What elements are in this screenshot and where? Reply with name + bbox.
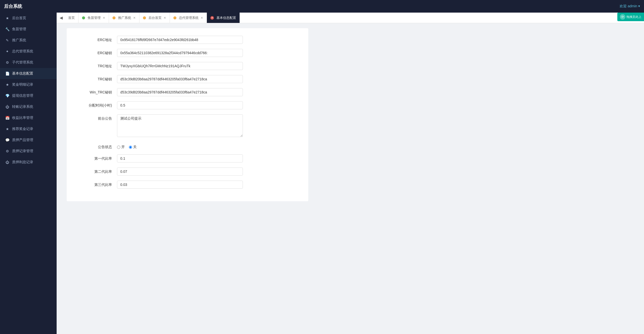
sidebar-item-withdraw[interactable]: 💎 提现信息管理 xyxy=(0,90,57,101)
sidebar-item-promo[interactable]: ✎ 推广系统 xyxy=(0,35,57,46)
trc-secret-control xyxy=(117,75,243,83)
notice-status-label: 公告状态 xyxy=(77,143,117,149)
trc-address-input[interactable] xyxy=(117,62,243,70)
sidebar-label-pledge-product: 质押产品管理 xyxy=(12,138,33,142)
notice-control xyxy=(117,114,243,138)
third-gen-label: 第三代比率 xyxy=(77,181,117,187)
sidebar-item-pledge-record[interactable]: ⚙ 质押记录管理 xyxy=(0,146,57,157)
first-gen-input[interactable] xyxy=(117,154,243,162)
form-row-notice-status: 公告状态 开 关 xyxy=(77,143,298,149)
notice-textarea[interactable] xyxy=(117,114,243,137)
win-trc-secret-input[interactable] xyxy=(117,88,243,96)
sidebar-item-pledge-product[interactable]: 💬 质押产品管理 xyxy=(0,135,57,146)
form-row-erc-address: ERC地址 xyxy=(77,36,298,44)
trc-address-label: TRC地址 xyxy=(77,62,117,69)
sidebar-item-fish[interactable]: 🔧 鱼苗管理 xyxy=(0,24,57,35)
notice-status-off-label[interactable]: 关 xyxy=(129,145,137,149)
third-gen-input[interactable] xyxy=(117,181,243,189)
sub-agent-icon: ⚙ xyxy=(5,60,10,64)
sidebar-label-promo: 推广系统 xyxy=(12,38,26,43)
distribute-time-input[interactable] xyxy=(117,101,243,109)
third-gen-control xyxy=(117,181,243,189)
notice-status-on-label[interactable]: 开 xyxy=(117,145,125,149)
sidebar-item-bonus-record[interactable]: ★ 奖金明细记录 xyxy=(0,79,57,90)
tab-fish[interactable]: 鱼苗管理 ✕ xyxy=(79,13,109,23)
sidebar-label-general-agent: 总代管理系统 xyxy=(12,49,33,54)
sidebar-item-yield-rate[interactable]: 📅 收益比率管理 xyxy=(0,112,57,123)
sidebar: ★ 后台首页 🔧 鱼苗管理 ✎ 推广系统 ✦ 总代管理系统 ⚙ 子代管理系统 📄 xyxy=(0,13,57,334)
sidebar-label-yield-rate: 收益比率管理 xyxy=(12,116,33,120)
sidebar-label-referral-bonus: 推荐奖金记录 xyxy=(12,127,33,131)
tab-general-agent[interactable]: 总代管理系统 ✕ xyxy=(170,13,207,23)
sidebar-label-fish: 鱼苗管理 xyxy=(12,27,26,31)
top-bar: 后台系统 欢迎 admin ▾ xyxy=(0,0,644,13)
tab-promo-close[interactable]: ✕ xyxy=(133,16,136,20)
tab-general-agent-close[interactable]: ✕ xyxy=(201,16,203,20)
tab-basic-config[interactable]: ✕ 基本信息配置 xyxy=(207,13,240,23)
sidebar-item-basic-config[interactable]: 📄 基本信息配置 xyxy=(0,68,57,79)
erc-address-input[interactable] xyxy=(117,36,243,44)
tab-backend-home-dot xyxy=(143,16,146,19)
form-row-win-trc-secret: Win_TRC秘钥 xyxy=(77,88,298,96)
sidebar-item-transfer[interactable]: ⏻ 转账记录系统 xyxy=(0,101,57,112)
sidebar-item-sub-agent[interactable]: ⚙ 子代管理系统 xyxy=(0,57,57,68)
tab-fish-label: 鱼苗管理 xyxy=(88,16,101,20)
erc-secret-input[interactable] xyxy=(117,49,243,57)
sidebar-item-dashboard[interactable]: ★ 后台首页 xyxy=(0,13,57,24)
sidebar-label-transfer: 转账记录系统 xyxy=(12,105,33,109)
basic-config-icon: 📄 xyxy=(5,72,10,76)
tab-prev-button[interactable]: ◀ xyxy=(58,13,65,23)
tab-backend-home[interactable]: 后台首页 ✕ xyxy=(139,13,170,23)
top-bar-left: 后台系统 xyxy=(4,3,22,9)
erc-address-label: ERC地址 xyxy=(77,36,117,42)
erc-address-control xyxy=(117,36,243,44)
tab-general-agent-label: 总代管理系统 xyxy=(179,16,199,20)
sidebar-label-withdraw: 提现信息管理 xyxy=(12,93,33,98)
transfer-icon: ⏻ xyxy=(5,105,10,109)
notice-status-radio-group: 开 关 xyxy=(117,143,243,149)
tab-promo[interactable]: 推广系统 ✕ xyxy=(109,13,139,23)
referral-bonus-icon: ★ xyxy=(5,127,10,131)
user-welcome[interactable]: 欢迎 admin ▾ xyxy=(620,4,640,9)
erc-secret-control xyxy=(117,49,243,57)
sidebar-item-referral-bonus[interactable]: ★ 推荐奖金记录 xyxy=(0,123,57,135)
notice-status-on-radio[interactable] xyxy=(117,146,120,149)
sidebar-label-sub-agent: 子代管理系统 xyxy=(12,60,33,65)
second-gen-input[interactable] xyxy=(117,168,243,176)
drag-icon: ⟳ xyxy=(620,14,625,20)
form-row-trc-secret: TRC秘钥 xyxy=(77,75,298,83)
tab-fish-close[interactable]: ✕ xyxy=(103,16,105,20)
notice-status-off-radio[interactable] xyxy=(129,146,132,149)
pledge-product-icon: 💬 xyxy=(5,138,10,142)
yield-rate-icon: 📅 xyxy=(5,116,10,120)
notice-label: 前台公告 xyxy=(77,114,117,121)
notice-status-off-text: 关 xyxy=(133,145,137,149)
trc-secret-input[interactable] xyxy=(117,75,243,83)
tab-general-agent-dot xyxy=(173,16,176,19)
fish-icon: 🔧 xyxy=(5,27,10,31)
form-row-erc-secret: ERC秘钥 xyxy=(77,49,298,57)
tab-bar: ◀ 首页 鱼苗管理 ✕ 推广系统 ✕ 后台首页 ✕ xyxy=(57,13,644,23)
sidebar-item-general-agent[interactable]: ✦ 总代管理系统 xyxy=(0,46,57,57)
bonus-record-icon: ★ xyxy=(5,83,10,87)
tab-basic-config-dot: ✕ xyxy=(210,16,214,20)
tab-basic-config-label: 基本信息配置 xyxy=(216,16,236,20)
tab-backend-home-label: 后台首页 xyxy=(148,16,162,20)
drag-button[interactable]: ⟳ 拖拽至此上 xyxy=(617,13,644,21)
form-row-third-gen: 第三代比率 xyxy=(77,181,298,189)
trc-address-control xyxy=(117,62,243,70)
app-title: 后台系统 xyxy=(4,3,22,9)
notice-status-on-text: 开 xyxy=(121,145,125,149)
sidebar-item-pledge-interest[interactable]: ⏻ 质押利息记录 xyxy=(0,157,57,168)
trc-secret-label: TRC秘钥 xyxy=(77,75,117,82)
sidebar-label-bonus-record: 奖金明细记录 xyxy=(12,82,33,87)
promo-icon: ✎ xyxy=(5,38,10,42)
notice-status-control: 开 关 xyxy=(117,143,243,149)
form-row-second-gen: 第二代比率 xyxy=(77,168,298,176)
pledge-interest-icon: ⏻ xyxy=(5,160,10,164)
second-gen-label: 第二代比率 xyxy=(77,168,117,174)
tab-backend-home-close[interactable]: ✕ xyxy=(164,16,166,20)
tab-fish-dot xyxy=(82,16,85,19)
distribute-time-control xyxy=(117,101,243,109)
tab-home[interactable]: 首页 xyxy=(65,13,79,23)
